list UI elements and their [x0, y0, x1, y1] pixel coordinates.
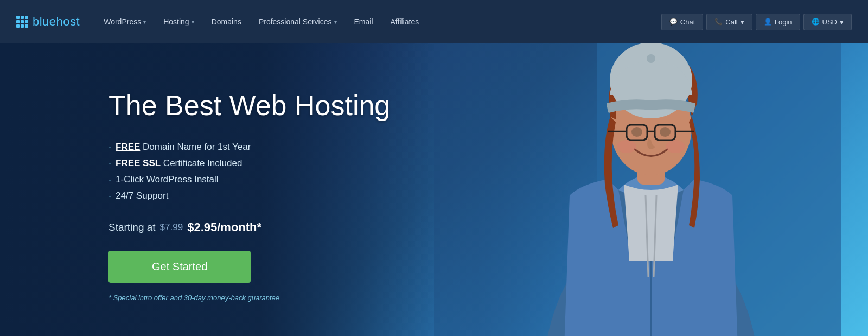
login-label: Login [775, 18, 792, 26]
header: bluehost WordPress ▾ Hosting ▾ Domains P… [0, 0, 868, 43]
chevron-down-icon: ▾ [741, 18, 744, 26]
call-label: Call [725, 18, 737, 26]
header-right: 💬 Chat 📞 Call ▾ 👤 Login 🌐 USD ▾ [661, 14, 852, 30]
bullet-icon: · [108, 191, 111, 201]
old-price: $7.99 [160, 222, 183, 233]
phone-icon: 📞 [714, 18, 723, 26]
feature-ssl-text: Certificate Included [161, 158, 242, 168]
chevron-down-icon: ▾ [143, 19, 146, 25]
hero-title: The Best Web Hosting [108, 88, 390, 122]
free-domain-highlight: FREE [116, 142, 140, 152]
bullet-icon: · [108, 159, 111, 168]
feature-wordpress-text: 1-Click WordPress Install [116, 174, 219, 185]
main-nav: WordPress ▾ Hosting ▾ Domains Profession… [96, 13, 426, 30]
nav-item-wordpress[interactable]: WordPress ▾ [96, 13, 154, 30]
chat-button[interactable]: 💬 Chat [661, 14, 703, 30]
bullet-icon: · [108, 175, 111, 185]
login-button[interactable]: 👤 Login [756, 14, 800, 30]
hero-image [380, 43, 868, 336]
new-price: $2.95/month* [187, 220, 261, 234]
globe-icon: 🌐 [812, 18, 820, 26]
get-started-button[interactable]: Get Started [108, 251, 251, 283]
feature-support-text: 24/7 Support [116, 191, 168, 201]
logo-text: bluehost [33, 15, 80, 29]
nav-label-professional-services: Professional Services [259, 17, 332, 26]
logo-grid-icon [16, 16, 28, 28]
free-ssl-highlight: FREE SSL [116, 158, 161, 168]
hero-section: The Best Web Hosting · FREE Domain Name … [0, 43, 868, 336]
feature-ssl: · FREE SSL Certificate Included [108, 158, 390, 169]
pricing-section: Starting at $7.99 $2.95/month* [108, 220, 390, 234]
bullet-icon: · [108, 142, 111, 152]
nav-item-hosting[interactable]: Hosting ▾ [156, 13, 201, 30]
feature-domain: · FREE Domain Name for 1st Year [108, 142, 390, 153]
feature-wordpress: · 1-Click WordPress Install [108, 174, 390, 185]
chevron-down-icon: ▾ [840, 18, 844, 26]
svg-point-17 [617, 140, 636, 153]
nav-label-wordpress: WordPress [104, 17, 141, 26]
svg-point-9 [647, 54, 655, 63]
currency-button[interactable]: 🌐 USD ▾ [803, 14, 852, 30]
nav-item-affiliates[interactable]: Affiliates [383, 13, 427, 30]
nav-label-affiliates: Affiliates [391, 17, 419, 26]
nav-item-professional-services[interactable]: Professional Services ▾ [251, 13, 344, 30]
hero-content: The Best Web Hosting · FREE Domain Name … [0, 78, 390, 301]
nav-item-email[interactable]: Email [347, 13, 381, 30]
user-icon: 👤 [764, 18, 772, 26]
nav-item-domains[interactable]: Domains [204, 13, 249, 30]
nav-label-domains: Domains [212, 17, 241, 26]
nav-label-email: Email [354, 17, 373, 26]
person-illustration [434, 43, 841, 336]
svg-point-16 [660, 127, 671, 137]
logo[interactable]: bluehost [16, 15, 80, 29]
feature-support: · 24/7 Support [108, 191, 390, 201]
svg-point-18 [666, 140, 685, 153]
pricing-label: Starting at [108, 221, 156, 233]
svg-point-15 [631, 127, 642, 137]
chevron-down-icon: ▾ [192, 19, 194, 25]
chat-icon: 💬 [669, 18, 678, 26]
currency-label: USD [822, 18, 837, 26]
header-left: bluehost WordPress ▾ Hosting ▾ Domains P… [16, 13, 426, 30]
chat-label: Chat [680, 18, 695, 26]
chevron-down-icon: ▾ [334, 19, 337, 25]
hero-features: · FREE Domain Name for 1st Year · FREE S… [108, 142, 390, 201]
call-button[interactable]: 📞 Call ▾ [706, 14, 752, 30]
guarantee-link[interactable]: * Special intro offer and 30-day money-b… [108, 294, 390, 302]
feature-domain-text: Domain Name for 1st Year [140, 142, 251, 152]
nav-label-hosting: Hosting [163, 17, 189, 26]
